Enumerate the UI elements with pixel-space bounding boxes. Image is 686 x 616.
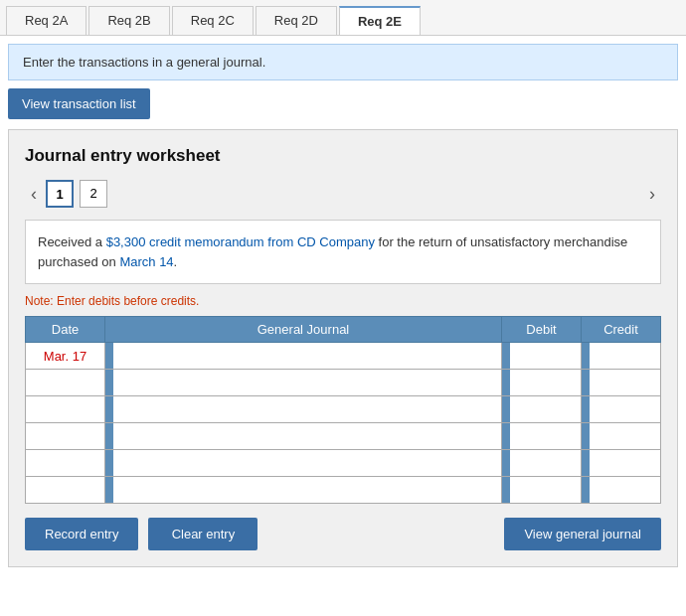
record-entry-button[interactable]: Record entry	[25, 518, 138, 550]
bottom-buttons: Record entry Clear entry View general jo…	[25, 518, 661, 550]
col-header-journal: General Journal	[105, 317, 502, 343]
tabs-bar: Req 2A Req 2B Req 2C Req 2D Req 2E	[0, 0, 686, 36]
cell-credit-5[interactable]	[582, 450, 661, 477]
journal-table: Date General Journal Debit Credit Mar. 1…	[25, 316, 661, 504]
view-transaction-button[interactable]: View transaction list	[8, 88, 150, 119]
cell-credit-6[interactable]	[582, 477, 661, 504]
input-debit-6[interactable]	[510, 477, 581, 503]
col-header-credit: Credit	[582, 317, 661, 343]
view-general-journal-button[interactable]: View general journal	[504, 518, 661, 550]
table-row	[26, 477, 661, 504]
cell-journal-6[interactable]	[105, 477, 502, 504]
input-journal-1[interactable]	[113, 343, 501, 369]
input-journal-3[interactable]	[113, 396, 501, 422]
highlight-amount: $3,300	[106, 234, 146, 249]
cell-date-5	[26, 450, 105, 477]
table-row	[26, 450, 661, 477]
cell-credit-3[interactable]	[582, 396, 661, 423]
cell-journal-2[interactable]	[105, 370, 502, 396]
cell-debit-2[interactable]	[502, 370, 582, 396]
note-text: Note: Enter debits before credits.	[25, 294, 661, 308]
main-panel: Journal entry worksheet ‹ 1 2 › Received…	[8, 129, 678, 567]
tab-req2e[interactable]: Req 2E	[339, 6, 421, 35]
cell-credit-1[interactable]	[582, 343, 661, 370]
table-row: Mar. 17	[26, 343, 661, 370]
cell-date-1: Mar. 17	[26, 343, 105, 370]
input-debit-5[interactable]	[510, 450, 581, 476]
clear-entry-button[interactable]: Clear entry	[148, 518, 257, 550]
input-credit-5[interactable]	[590, 450, 660, 476]
input-debit-2[interactable]	[510, 370, 581, 395]
input-credit-4[interactable]	[590, 423, 660, 449]
cell-journal-1[interactable]	[105, 343, 502, 370]
table-row	[26, 423, 661, 450]
cell-date-6	[26, 477, 105, 504]
table-row	[26, 370, 661, 396]
input-credit-6[interactable]	[590, 477, 660, 503]
tab-req2c[interactable]: Req 2C	[172, 6, 254, 35]
input-journal-5[interactable]	[113, 450, 501, 476]
cell-debit-3[interactable]	[502, 396, 582, 423]
cell-debit-4[interactable]	[502, 423, 582, 450]
input-journal-6[interactable]	[113, 477, 501, 503]
info-bar: Enter the transactions in a general jour…	[8, 44, 678, 80]
cell-debit-5[interactable]	[502, 450, 582, 477]
input-journal-4[interactable]	[113, 423, 501, 449]
col-header-debit: Debit	[502, 317, 582, 343]
col-header-date: Date	[26, 317, 105, 343]
page-2[interactable]: 2	[80, 180, 107, 208]
input-debit-3[interactable]	[510, 396, 581, 422]
input-debit-4[interactable]	[510, 423, 581, 449]
table-row	[26, 396, 661, 423]
tab-req2d[interactable]: Req 2D	[256, 6, 337, 35]
prev-page-arrow[interactable]: ‹	[25, 182, 43, 207]
page-navigation: ‹ 1 2 ›	[25, 180, 661, 208]
input-credit-2[interactable]	[590, 370, 660, 395]
cell-credit-4[interactable]	[582, 423, 661, 450]
input-credit-3[interactable]	[590, 396, 660, 422]
page-1[interactable]: 1	[46, 180, 74, 208]
input-credit-1[interactable]	[590, 343, 660, 369]
highlight-type: credit memorandum	[149, 234, 264, 249]
highlight-from: from CD Company	[267, 234, 375, 249]
input-debit-1[interactable]	[510, 343, 581, 369]
cell-journal-3[interactable]	[105, 396, 502, 423]
cell-debit-6[interactable]	[502, 477, 582, 504]
next-page-arrow[interactable]: ›	[643, 182, 661, 207]
cell-journal-5[interactable]	[105, 450, 502, 477]
cell-debit-1[interactable]	[502, 343, 582, 370]
cell-credit-2[interactable]	[582, 370, 661, 396]
cell-journal-4[interactable]	[105, 423, 502, 450]
cell-date-4	[26, 423, 105, 450]
tab-req2b[interactable]: Req 2B	[88, 6, 169, 35]
cell-date-3	[26, 396, 105, 423]
panel-title: Journal entry worksheet	[25, 146, 661, 166]
input-journal-2[interactable]	[113, 370, 501, 395]
cell-date-2	[26, 370, 105, 396]
highlight-date: March 14	[119, 254, 173, 269]
tab-req2a[interactable]: Req 2A	[6, 6, 86, 35]
description-box: Received a $3,300 credit memorandum from…	[25, 220, 661, 284]
